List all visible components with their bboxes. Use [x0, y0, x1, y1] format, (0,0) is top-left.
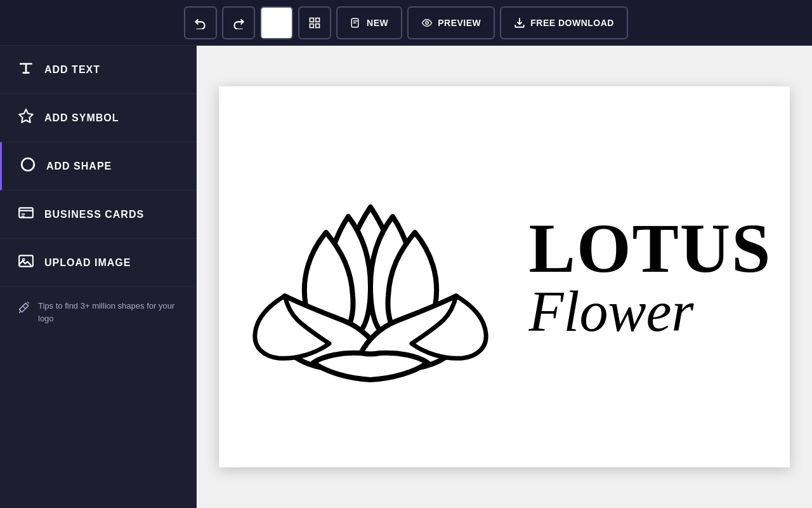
sidebar-item-upload-image[interactable]: UPLOAD IMAGE: [0, 239, 196, 287]
svg-rect-1: [316, 18, 320, 22]
sidebar-tip-text: Tips to find 3+ million shapes for your …: [38, 300, 178, 324]
wand-icon: [18, 301, 30, 319]
sidebar-item-upload-image-label: UPLOAD IMAGE: [44, 257, 131, 269]
lotus-image: [237, 169, 504, 385]
svg-marker-7: [19, 109, 33, 123]
text-icon: [18, 60, 34, 80]
redo-icon: [232, 17, 245, 29]
new-icon: [350, 17, 362, 29]
circle-icon: [20, 156, 36, 177]
canvas-content: LOTUS Flower: [219, 86, 790, 467]
download-icon: [514, 17, 525, 29]
svg-rect-0: [310, 18, 314, 22]
grid-icon: [308, 17, 321, 29]
new-button[interactable]: NEW: [336, 6, 402, 39]
undo-icon: [194, 17, 207, 29]
color-picker-button[interactable]: [260, 6, 293, 39]
svg-rect-9: [19, 208, 33, 217]
sidebar-item-add-text-label: ADD TEXT: [44, 64, 100, 76]
sidebar-tip[interactable]: Tips to find 3+ million shapes for your …: [0, 287, 196, 337]
logo-text-top: LOTUS: [529, 213, 772, 283]
logo-text-container: LOTUS Flower: [529, 213, 772, 340]
svg-point-8: [22, 158, 34, 171]
svg-point-5: [426, 21, 429, 24]
preview-icon: [421, 17, 433, 29]
redo-button[interactable]: [222, 6, 255, 39]
preview-button[interactable]: PREVIEW: [407, 6, 495, 39]
star-icon: [18, 108, 34, 128]
main-content: ADD TEXT ADD SYMBOL ADD SHAPE: [0, 46, 812, 508]
sidebar-item-add-shape-label: ADD SHAPE: [46, 161, 112, 172]
svg-point-11: [23, 258, 25, 260]
canvas-area[interactable]: LOTUS Flower: [197, 46, 812, 508]
sidebar-item-add-text[interactable]: ADD TEXT: [0, 46, 196, 94]
download-button[interactable]: FREE DOWNLOAD: [500, 6, 628, 39]
sidebar-item-business-cards[interactable]: BUSINESS CARDS: [0, 190, 196, 239]
grid-button[interactable]: [298, 6, 331, 39]
image-icon: [18, 253, 34, 273]
svg-rect-2: [310, 23, 314, 27]
sidebar-item-add-symbol[interactable]: ADD SYMBOL: [0, 94, 196, 142]
sidebar: ADD TEXT ADD SYMBOL ADD SHAPE: [0, 46, 197, 508]
svg-rect-3: [316, 23, 320, 27]
logo-text-bottom: Flower: [529, 283, 694, 340]
svg-point-6: [20, 63, 22, 65]
cards-icon: [18, 204, 34, 225]
sidebar-item-business-cards-label: BUSINESS CARDS: [44, 209, 144, 220]
sidebar-item-add-shape[interactable]: ADD SHAPE: [0, 142, 196, 190]
logo-container: LOTUS Flower: [225, 156, 785, 398]
toolbar: NEW PREVIEW FREE DOWNLOAD: [0, 0, 812, 46]
undo-button[interactable]: [184, 6, 217, 39]
sidebar-item-add-symbol-label: ADD SYMBOL: [44, 112, 119, 124]
